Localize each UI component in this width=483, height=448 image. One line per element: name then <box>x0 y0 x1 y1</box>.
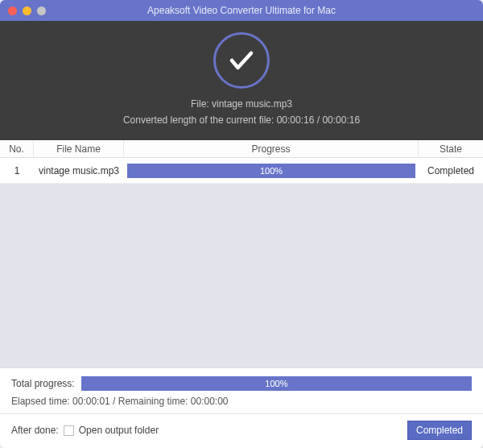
total-progress-bar: 100% <box>81 376 472 391</box>
total-progress-row: Total progress: 100% <box>11 376 472 391</box>
table-body: 1 vintage music.mp3 100% Completed <box>0 158 483 367</box>
row-file-name: vintage music.mp3 <box>34 165 124 176</box>
divider <box>0 413 483 414</box>
table-row[interactable]: 1 vintage music.mp3 100% Completed <box>0 158 483 184</box>
row-progress: 100% <box>124 164 419 178</box>
titlebar: Apeaksoft Video Converter Ultimate for M… <box>0 0 483 21</box>
completed-button[interactable]: Completed <box>407 421 472 440</box>
header-no: No. <box>0 140 34 157</box>
total-progress-text: 100% <box>265 379 287 388</box>
current-file-label: File: vintage music.mp3 <box>0 98 483 110</box>
row-progress-text: 100% <box>260 166 283 176</box>
file-prefix: File: <box>191 98 212 110</box>
status-hero: File: vintage music.mp3 Converted length… <box>0 21 483 140</box>
header-file-name: File Name <box>34 140 124 157</box>
row-progress-bar: 100% <box>127 164 415 178</box>
maximize-icon[interactable] <box>37 6 46 15</box>
close-icon[interactable] <box>8 6 17 15</box>
minimize-icon[interactable] <box>23 6 31 15</box>
traffic-lights <box>8 6 46 15</box>
header-state: State <box>419 140 483 157</box>
checkmark-icon <box>213 32 270 89</box>
after-done-row: After done: Open output folder Completed <box>11 421 472 440</box>
row-no: 1 <box>0 165 34 176</box>
header-progress: Progress <box>124 140 419 157</box>
total-progress-label: Total progress: <box>11 378 75 389</box>
footer: Total progress: 100% Elapsed time: 00:00… <box>0 367 483 448</box>
window-title: Apeaksoft Video Converter Ultimate for M… <box>0 5 483 16</box>
open-folder-label: Open output folder <box>79 425 159 436</box>
row-state: Completed <box>419 165 483 176</box>
file-name: vintage music.mp3 <box>212 98 292 110</box>
open-folder-checkbox[interactable] <box>64 425 74 436</box>
after-done-label: After done: <box>11 425 59 436</box>
app-window: Apeaksoft Video Converter Ultimate for M… <box>0 0 483 448</box>
converted-length-label: Converted length of the current file: 00… <box>0 114 483 126</box>
time-info: Elapsed time: 00:00:01 / Remaining time:… <box>11 396 472 407</box>
table-header: No. File Name Progress State <box>0 140 483 158</box>
after-done-left: After done: Open output folder <box>11 425 159 436</box>
